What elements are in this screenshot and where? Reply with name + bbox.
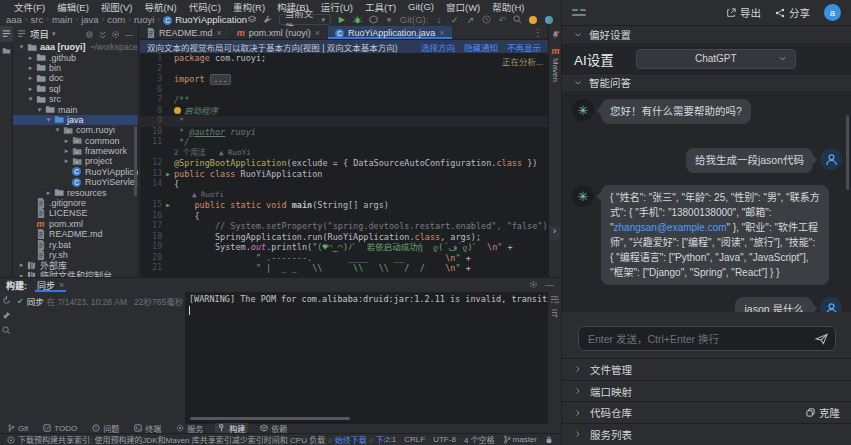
locate-file-icon[interactable] (85, 30, 95, 39)
section-端口映射[interactable]: 端口映射 (562, 380, 851, 402)
soft-wrap-icon[interactable] (550, 295, 559, 304)
project-tool-icon[interactable] (0, 26, 13, 42)
breadcrumb-item[interactable]: java (81, 14, 98, 25)
breadcrumb-item[interactable]: ruoyi (134, 14, 155, 25)
project-tree-scrollbar[interactable] (134, 126, 137, 196)
chat-input[interactable] (578, 326, 836, 351)
model-select-dropdown[interactable]: ChatGPT (636, 49, 796, 69)
banner-action[interactable]: 隐藏通知 (464, 41, 498, 53)
tree-item-readme.md[interactable]: README.md (13, 229, 138, 239)
hide-panel-icon[interactable]: — (124, 30, 134, 39)
rollback-icon[interactable]: ↶ (497, 14, 507, 25)
menu-item-9[interactable]: 工具(T) (359, 0, 402, 14)
maven-tool-button[interactable]: mMaven (551, 46, 560, 82)
run-config-select[interactable]: 当前文件▾ (279, 14, 331, 25)
stripe-expand-chevron[interactable]: › (549, 226, 560, 240)
tab-list-menu-icon[interactable]: ⋮ (528, 26, 548, 39)
git-commit-icon[interactable]: ✓ (450, 14, 460, 25)
tree-item-resources[interactable]: ▸resources (13, 187, 138, 197)
rerun-icon[interactable] (2, 296, 11, 305)
wrench-icon[interactable] (263, 14, 273, 25)
tree-item--[interactable]: ▸外部库 (13, 260, 138, 270)
clone-button[interactable]: 克隆 (806, 405, 840, 420)
tree-item-project[interactable]: ▸project (13, 156, 138, 166)
breadcrumb-item[interactable]: main (52, 14, 73, 25)
indent-size[interactable]: 4 个空格 (464, 434, 495, 445)
close-tab-icon[interactable]: × (439, 28, 444, 38)
tree-chevron-icon[interactable]: ▸ (44, 189, 53, 197)
tree-chevron-icon[interactable]: ▸ (17, 261, 26, 269)
tree-item-aaa-ruoyi-[interactable]: ▾aaa [ruoyi]~/workspace/aaa (13, 42, 138, 52)
run-button[interactable]: ▶ (337, 14, 347, 25)
menu-item-12[interactable]: 帮助(H) (486, 0, 530, 14)
toolwindow-构建[interactable]: 构建 (215, 423, 248, 433)
run-gutter-icon[interactable]: ▶ (162, 169, 174, 180)
banner-action[interactable]: 选择方向 (421, 41, 455, 53)
tree-item-sql[interactable]: ▸sql (13, 84, 138, 94)
tree-item-doc[interactable]: ▸doc (13, 73, 138, 83)
tree-item-.github[interactable]: ▸.github (13, 52, 138, 62)
status-link[interactable]: 下载一次 (376, 436, 385, 445)
plugin-icon[interactable] (544, 14, 554, 25)
collapse-all-icon[interactable] (98, 30, 108, 39)
filter-icon[interactable] (2, 326, 11, 335)
tree-item-common[interactable]: ▸common (13, 136, 138, 146)
git-branch-widget[interactable]: master (503, 435, 537, 444)
breadcrumb-item[interactable]: com (107, 14, 125, 25)
tree-chevron-icon[interactable]: ▸ (26, 54, 35, 62)
tree-item-framework[interactable]: ▸framework (13, 146, 138, 156)
menu-item-8[interactable]: 运行(U) (315, 0, 359, 14)
minimize-panel-icon[interactable]: — (545, 280, 554, 290)
tree-item-main[interactable]: ▾main (13, 104, 138, 114)
build-tab-sync[interactable]: 同步× (35, 278, 66, 292)
section-服务列表[interactable]: 服务列表 (562, 423, 851, 445)
tree-item-ruoyiservletinitiali[interactable]: CRuoYiServletInitiali (13, 177, 138, 187)
breadcrumb-item[interactable]: src (31, 14, 44, 25)
tree-chevron-icon[interactable]: ▾ (44, 116, 53, 124)
tree-item-src[interactable]: ▾src (13, 94, 138, 104)
console-hscrollbar[interactable] (190, 417, 350, 420)
tree-item-pom.xml[interactable]: mpom.xml (13, 219, 138, 229)
scroll-end-icon[interactable] (550, 309, 559, 318)
tree-item-java[interactable]: ▾java (13, 115, 138, 125)
tree-chevron-icon[interactable]: ▾ (26, 95, 35, 103)
pin-icon[interactable] (2, 311, 11, 320)
panel-menu-icon[interactable] (572, 9, 586, 16)
user-account-avatar[interactable]: a (824, 4, 841, 21)
banner-action[interactable]: 不再显示 (507, 41, 541, 53)
export-button[interactable]: 导出 (726, 5, 761, 20)
tree-chevron-icon[interactable]: ▾ (17, 43, 26, 51)
settings-sync-icon[interactable] (529, 14, 539, 25)
build-project-icon[interactable] (247, 14, 257, 25)
menu-item-6[interactable]: 重构(R) (227, 0, 271, 14)
toolwindow-服务[interactable]: 服务 (173, 423, 206, 433)
tree-item-ry.bat[interactable]: ry.bat (13, 239, 138, 249)
toolwindow-终端[interactable]: 终端 (131, 423, 164, 433)
tree-item-ry.sh[interactable]: ry.sh (13, 250, 138, 260)
encoding[interactable]: UTF-8 (433, 435, 456, 444)
search-everywhere-icon[interactable] (513, 14, 523, 25)
toolwindow-问题[interactable]: 问题 (89, 423, 122, 433)
tree-chevron-icon[interactable]: ▸ (62, 157, 71, 165)
debug-button[interactable] (353, 14, 363, 25)
history-icon[interactable] (481, 14, 491, 25)
run-gutter-icon[interactable]: ▶ (162, 200, 174, 211)
section-preferences[interactable]: 偏好设置 (562, 26, 851, 44)
intention-bulb-icon[interactable] (174, 107, 181, 114)
editor-tab-ruoyiapplication.java[interactable]: CRuoYiApplication.java× (328, 26, 452, 39)
send-icon[interactable] (815, 332, 828, 345)
commit-tool-icon[interactable] (0, 42, 13, 58)
code-view[interactable]: 1package com.ruoyi;23import ...67/**8启动程… (140, 53, 548, 277)
close-tab-icon[interactable]: × (59, 280, 64, 290)
menu-item-5[interactable]: 代码(C) (183, 0, 227, 14)
tree-chevron-icon[interactable]: ▾ (35, 106, 44, 114)
tree-item-ruoyiapplication[interactable]: CRuoYiApplication (13, 167, 138, 177)
tree-item-bin[interactable]: ▸bin (13, 63, 138, 73)
toolwindow-todo[interactable]: TODO (40, 423, 80, 433)
coverage-button[interactable] (368, 14, 378, 25)
tree-chevron-icon[interactable]: ▸ (62, 147, 71, 155)
tree-item-.gitignore[interactable]: .gitignore (13, 198, 138, 208)
menu-item-10[interactable]: Git(G) (402, 1, 440, 12)
chat-scrollbar[interactable] (846, 115, 849, 190)
build-console[interactable]: [WARNING] The POM for com.alibaba:druid:… (185, 292, 548, 424)
